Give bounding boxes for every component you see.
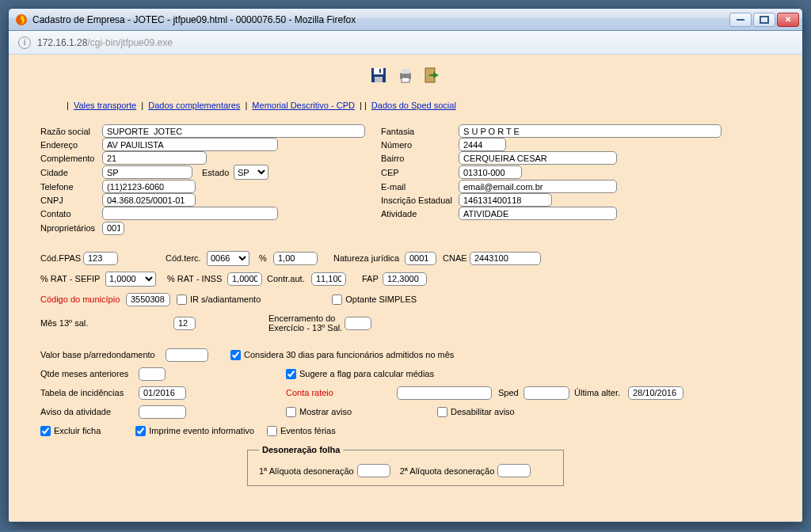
maximize-button[interactable] bbox=[753, 13, 775, 27]
check-considera-30[interactable] bbox=[230, 350, 241, 360]
check-desabilitar-aviso[interactable] bbox=[437, 407, 447, 417]
input-cod-fpas[interactable] bbox=[83, 252, 118, 265]
input-conta-rateio[interactable] bbox=[397, 386, 492, 400]
label-mes-13: Mês 13º sal. bbox=[40, 318, 173, 328]
input-sped[interactable] bbox=[524, 386, 569, 400]
window-controls bbox=[729, 13, 799, 27]
check-mostrar-aviso[interactable] bbox=[286, 407, 296, 417]
label-aviso-atividade: Aviso da atividade bbox=[40, 407, 139, 416]
input-cidade[interactable] bbox=[102, 165, 192, 179]
input-aliq2[interactable] bbox=[497, 464, 531, 477]
check-opt-simples[interactable] bbox=[332, 294, 342, 305]
link-dados[interactable]: Dados complementares bbox=[148, 101, 240, 110]
label-cod-terc: Cód.terc. bbox=[166, 253, 207, 263]
label-excluir-ficha: Excluir ficha bbox=[54, 426, 101, 435]
input-mes-13[interactable] bbox=[173, 317, 196, 330]
print-icon[interactable] bbox=[394, 64, 417, 86]
input-aviso-atividade[interactable] bbox=[139, 405, 186, 419]
label-estado: Estado bbox=[202, 168, 234, 177]
check-ir-adiant[interactable] bbox=[177, 294, 187, 305]
input-cod-municipio[interactable] bbox=[126, 293, 170, 306]
label-rat-sefip: % RAT - SEFIP bbox=[40, 274, 105, 283]
label-tabela-inc: Tabela de incidências bbox=[40, 388, 139, 397]
input-telefone[interactable] bbox=[102, 180, 196, 193]
titlebar: Cadastro de Empresa - JOTEC - jtfpue09.h… bbox=[9, 9, 802, 31]
minimize-button[interactable] bbox=[729, 13, 752, 27]
select-rat-sefip[interactable]: 1,0000 bbox=[105, 272, 156, 287]
firefox-icon bbox=[15, 13, 28, 26]
input-atividade[interactable] bbox=[459, 207, 617, 220]
fieldset-desoneracao: Desoneração folha 1ª Alíquota desoneraçã… bbox=[247, 445, 564, 486]
svg-rect-6 bbox=[402, 69, 409, 74]
url-bar: i 172.16.1.28/cgi-bin/jtfpue09.exe bbox=[9, 31, 802, 55]
input-fantasia[interactable] bbox=[459, 124, 722, 138]
input-complemento[interactable] bbox=[102, 151, 207, 165]
svg-rect-4 bbox=[379, 69, 381, 73]
label-aliq2: 2ª Alíquota desoneração bbox=[400, 466, 495, 476]
label-ultima-alter: Última alter. bbox=[574, 388, 628, 397]
select-estado[interactable]: SP bbox=[234, 165, 268, 180]
select-cod-terc[interactable]: 0066 bbox=[207, 251, 249, 266]
link-memorial[interactable]: Memorial Descritivo - CPD bbox=[252, 101, 355, 110]
svg-rect-7 bbox=[402, 78, 409, 82]
input-valor-base[interactable] bbox=[166, 348, 208, 362]
label-atividade: Atividade bbox=[381, 209, 459, 218]
input-fap[interactable] bbox=[383, 272, 427, 286]
label-cod-municipio: Código do município bbox=[40, 294, 126, 304]
label-sped: Sped bbox=[498, 388, 524, 397]
check-imprime-evento[interactable] bbox=[135, 426, 146, 436]
link-sped[interactable]: Dados do Sped social bbox=[371, 101, 456, 110]
check-excluir-ficha[interactable] bbox=[40, 426, 51, 436]
close-button[interactable] bbox=[777, 13, 799, 27]
svg-rect-3 bbox=[375, 77, 383, 82]
browser-window: Cadastro de Empresa - JOTEC - jtfpue09.h… bbox=[8, 8, 803, 522]
input-nat-juridica[interactable] bbox=[405, 252, 436, 265]
check-sugere-flag[interactable] bbox=[286, 369, 296, 379]
input-contr-aut[interactable] bbox=[311, 272, 346, 286]
label-endereco: Endereço bbox=[40, 140, 102, 150]
label-ir-adiant: IR s/adiantamento bbox=[190, 294, 261, 304]
input-nproprietarios[interactable] bbox=[102, 222, 124, 235]
exit-icon[interactable] bbox=[421, 64, 444, 86]
input-numero[interactable] bbox=[459, 138, 506, 151]
input-pct[interactable] bbox=[273, 252, 318, 265]
check-eventos-ferias[interactable] bbox=[267, 426, 277, 436]
input-aliq1[interactable] bbox=[357, 464, 390, 477]
label-razao-social: Razão social bbox=[40, 127, 102, 136]
label-encerramento: Encerramento do Exercício - 13º Sal. bbox=[268, 314, 345, 332]
input-ultima-alter[interactable] bbox=[628, 386, 683, 400]
input-cep[interactable] bbox=[459, 165, 522, 179]
link-vales[interactable]: Vales transporte bbox=[74, 101, 136, 110]
svg-rect-9 bbox=[429, 74, 436, 76]
toolbar bbox=[40, 64, 771, 86]
window-title: Cadastro de Empresa - JOTEC - jtfpue09.h… bbox=[32, 14, 729, 25]
input-insc-est[interactable] bbox=[459, 193, 552, 207]
input-cnpj[interactable] bbox=[102, 193, 196, 207]
input-contato[interactable] bbox=[102, 207, 278, 220]
label-contr-aut: Contr.aut. bbox=[267, 274, 311, 283]
input-cnae[interactable] bbox=[470, 252, 541, 265]
input-tabela-inc[interactable] bbox=[139, 386, 186, 400]
input-qtde-meses[interactable] bbox=[139, 367, 166, 381]
input-endereco[interactable] bbox=[102, 138, 278, 151]
input-email[interactable] bbox=[459, 180, 617, 193]
label-qtde-meses: Qtde meses anteriores bbox=[40, 369, 139, 378]
input-rat-inss[interactable] bbox=[227, 272, 262, 286]
input-encerramento[interactable] bbox=[345, 317, 371, 330]
form: Razão social Fantasia Endereço Número bbox=[40, 124, 771, 486]
label-rat-inss: % RAT - INSS bbox=[167, 274, 227, 283]
label-email: E-mail bbox=[381, 182, 459, 192]
label-cnae: CNAE bbox=[443, 253, 470, 263]
info-icon[interactable]: i bbox=[18, 36, 31, 49]
url-text[interactable]: 172.16.1.28/cgi-bin/jtfpue09.exe bbox=[37, 37, 173, 48]
label-desabilitar-aviso: Desabilitar aviso bbox=[451, 407, 515, 416]
input-razao-social[interactable] bbox=[102, 124, 365, 138]
input-bairro[interactable] bbox=[459, 151, 617, 165]
label-conta-rateio: Conta rateio bbox=[286, 388, 341, 397]
label-nproprietarios: Nproprietários bbox=[40, 223, 102, 233]
label-opt-simples: Optante SIMPLES bbox=[345, 294, 417, 304]
label-cnpj: CNPJ bbox=[40, 196, 102, 205]
label-pct: % bbox=[259, 253, 273, 263]
save-icon[interactable] bbox=[367, 64, 390, 86]
label-telefone: Telefone bbox=[40, 182, 102, 192]
